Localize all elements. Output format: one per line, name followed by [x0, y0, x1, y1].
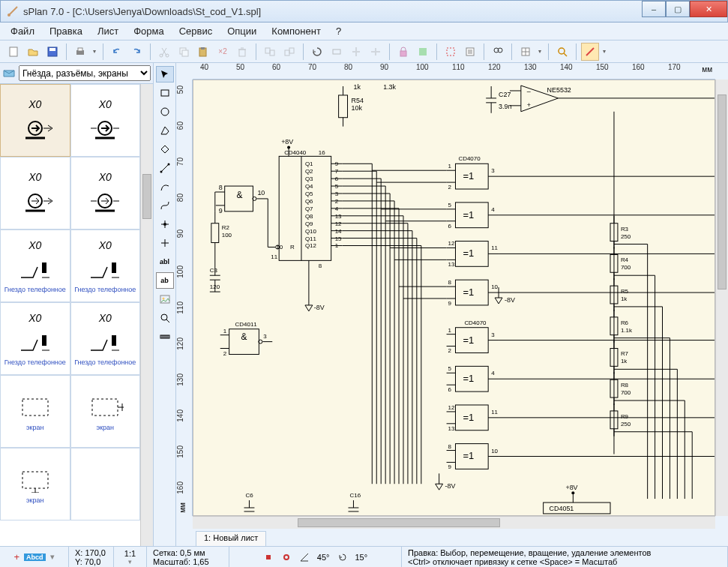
text-tool[interactable]: abl	[156, 254, 174, 270]
angle-45[interactable]: 45°	[317, 553, 330, 562]
library-scrollbar[interactable]	[140, 84, 153, 546]
print-dropdown[interactable]: ▾	[91, 48, 98, 55]
search-button[interactable]	[489, 43, 507, 61]
image-tool[interactable]	[156, 291, 174, 308]
menu-0[interactable]: Файл	[4, 24, 40, 38]
library-cell[interactable]: X0	[70, 84, 141, 157]
copy-fmt-button[interactable]	[261, 43, 279, 61]
window-title: sPlan 7.0 - [C:\Users\Jenya\Downloads\St…	[23, 6, 261, 17]
delete-button[interactable]	[233, 43, 251, 61]
library-category-select[interactable]: Гнёзда, разъёмы, экраны	[19, 65, 151, 81]
menu-2[interactable]: Лист	[91, 24, 124, 38]
lock-button[interactable]	[394, 43, 412, 61]
svg-text:3: 3	[491, 167, 495, 174]
mirror-h-button[interactable]	[347, 43, 365, 61]
snap-node-icon[interactable]	[281, 552, 292, 562]
menu-6[interactable]: Компонент	[265, 24, 327, 38]
paste-button[interactable]	[194, 43, 212, 61]
svg-rect-20	[447, 48, 454, 56]
svg-rect-14	[270, 50, 274, 56]
sheet-tab[interactable]: 1: Новый лист	[196, 531, 266, 546]
library-cell[interactable]: экран	[0, 448, 70, 520]
grid-dropdown[interactable]: ▾	[536, 48, 544, 55]
rotate-left-button[interactable]	[308, 43, 326, 61]
library-cell[interactable]: X0	[0, 157, 70, 230]
minimize-button[interactable]: –	[642, 1, 666, 17]
svg-text:12: 12	[448, 241, 455, 248]
svg-text:3: 3	[263, 333, 267, 340]
rotate-box-button[interactable]	[328, 43, 346, 61]
textbox-tool[interactable]: ab	[156, 272, 174, 289]
svg-text:8: 8	[448, 443, 452, 450]
select-rect-button[interactable]	[442, 43, 460, 61]
circle-tool[interactable]	[156, 104, 174, 120]
svg-text:R6: R6	[621, 320, 629, 326]
svg-text:3.9n: 3.9n	[499, 103, 511, 110]
schematic-viewport[interactable]: 1k 1.3k R54 10k C27 3.9n –+ NE5532	[193, 80, 715, 516]
junction-tool[interactable]	[156, 235, 174, 251]
svg-text:1k: 1k	[353, 83, 361, 91]
library-cell[interactable]: X0Гнездо телефонное	[70, 230, 141, 302]
svg-text:=1: =1	[463, 450, 474, 461]
menu-1[interactable]: Правка	[43, 24, 88, 38]
open-button[interactable]	[24, 43, 42, 61]
menu-4[interactable]: Сервис	[173, 24, 219, 38]
library-cell[interactable]: X0Гнездо телефонное	[0, 302, 70, 375]
mirror-v-button[interactable]	[367, 43, 385, 61]
zoom-tool[interactable]	[156, 310, 174, 326]
snap-angle-icon[interactable]	[299, 552, 310, 562]
svg-text:=1: =1	[463, 170, 474, 182]
library-cell[interactable]	[70, 448, 141, 520]
bezier-tool[interactable]	[156, 197, 174, 214]
poly-tool[interactable]	[156, 122, 174, 139]
grid-button[interactable]	[517, 43, 535, 61]
maximize-button[interactable]: ▢	[666, 1, 690, 17]
rotate-step-icon[interactable]	[337, 552, 348, 562]
canvas-hscrollbar[interactable]	[193, 516, 715, 529]
node-tool[interactable]	[156, 216, 174, 232]
new-button[interactable]	[4, 43, 22, 61]
copy-button[interactable]	[175, 43, 193, 61]
svg-text:+: +	[527, 101, 531, 109]
angle-15[interactable]: 15°	[355, 553, 368, 562]
pointer-tool[interactable]	[156, 66, 174, 82]
print-button[interactable]	[71, 43, 89, 61]
colorize-button[interactable]	[414, 43, 432, 61]
svg-text:12: 12	[448, 404, 455, 411]
library-cell[interactable]: X0Гнездо телефонное	[70, 302, 141, 375]
rect-tool[interactable]	[156, 85, 174, 101]
library-cell[interactable]: экран	[0, 375, 70, 448]
save-button[interactable]	[43, 43, 61, 61]
paste-fmt-button[interactable]	[280, 43, 298, 61]
svg-text:6: 6	[448, 386, 452, 393]
highlight-button[interactable]	[581, 43, 599, 61]
shape-tool[interactable]	[156, 141, 174, 158]
horizontal-ruler: мм 405060708090100110120130140150160170	[193, 63, 715, 80]
svg-rect-13	[265, 48, 270, 53]
zoom-button[interactable]	[553, 43, 571, 61]
list-button[interactable]	[461, 43, 479, 61]
menu-7[interactable]: ?	[330, 24, 347, 38]
library-cell[interactable]: X0Гнездо телефонное	[0, 230, 70, 302]
undo-button[interactable]	[108, 43, 126, 61]
menu-5[interactable]: Опции	[221, 24, 262, 38]
canvas-vscrollbar[interactable]	[715, 80, 728, 516]
svg-rect-34	[42, 262, 46, 273]
svg-text:9: 9	[219, 207, 223, 214]
curve-tool[interactable]	[156, 178, 174, 195]
library-cell[interactable]: X0	[70, 157, 141, 230]
svg-text:R3: R3	[621, 226, 629, 232]
library-cell[interactable]: экран	[70, 375, 141, 448]
redo-button[interactable]	[127, 43, 145, 61]
line-tool[interactable]	[156, 160, 174, 176]
measure-tool[interactable]	[156, 328, 174, 345]
svg-rect-19	[419, 48, 427, 56]
snap-grid-icon[interactable]	[263, 552, 274, 562]
menu-3[interactable]: Форма	[127, 24, 170, 38]
highlight-dropdown[interactable]: ▾	[601, 48, 608, 55]
library-cell[interactable]: X0	[0, 84, 70, 157]
svg-rect-12	[239, 50, 245, 56]
duplicate-button[interactable]: ×2	[214, 43, 232, 61]
close-button[interactable]: ✕	[690, 1, 727, 17]
cut-button[interactable]	[155, 43, 173, 61]
